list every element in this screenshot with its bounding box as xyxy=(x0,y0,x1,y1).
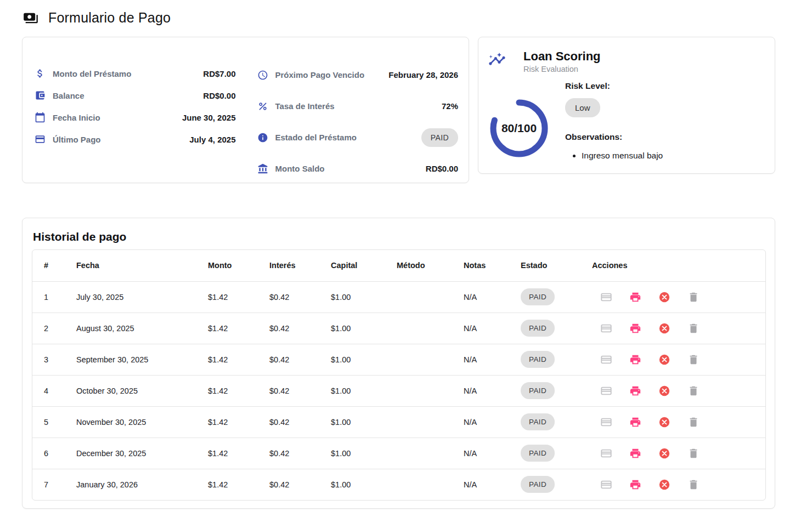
payment-form-page: Formulario de Pago Monto del PréstamoRD$… xyxy=(0,0,812,517)
print-action-button[interactable] xyxy=(629,416,641,428)
row-actions xyxy=(600,354,762,366)
print-action-button[interactable] xyxy=(629,479,641,491)
delete-action-button[interactable] xyxy=(687,322,700,334)
payments-icon xyxy=(23,10,38,26)
cell-notas: N/A xyxy=(455,313,512,344)
detail-value: RD$0.00 xyxy=(426,164,458,173)
detail-value: July 4, 2025 xyxy=(189,135,235,144)
print-icon xyxy=(629,416,641,428)
cell-metodo xyxy=(388,375,455,406)
card-action-button[interactable] xyxy=(600,291,612,303)
print-action-button[interactable] xyxy=(629,354,641,366)
cancel-icon xyxy=(658,322,670,334)
cancel-icon xyxy=(658,416,670,428)
delete-action-button[interactable] xyxy=(687,447,700,459)
card-action-button[interactable] xyxy=(600,479,612,491)
score-ring: 80/100 xyxy=(488,98,550,159)
observation-item: Ingreso mensual bajo xyxy=(582,151,663,161)
cell-num: 1 xyxy=(32,281,67,313)
card-action-button[interactable] xyxy=(600,322,612,334)
loan-detail-row: Monto del PréstamoRD$7.00 xyxy=(35,63,236,84)
detail-value: RD$0.00 xyxy=(203,91,235,100)
cell-interes: $0.42 xyxy=(261,344,322,375)
calendar-icon xyxy=(35,112,46,123)
cell-interes: $0.42 xyxy=(261,438,322,469)
detail-label: Último Pago xyxy=(53,135,101,144)
page-title: Formulario de Pago xyxy=(48,10,171,26)
cell-estado: PAID xyxy=(512,469,583,500)
cancel-icon xyxy=(658,291,670,303)
detail-label: Estado del Préstamo xyxy=(275,133,357,142)
cell-monto: $1.42 xyxy=(199,313,261,344)
credit-card-icon xyxy=(600,354,612,366)
table-body: 1July 30, 2025$1.42$0.42$1.00N/APAID2Aug… xyxy=(32,281,765,500)
delete-icon xyxy=(687,385,700,397)
cell-metodo xyxy=(388,406,455,438)
loan-detail-row: Monto SaldoRD$0.00 xyxy=(257,153,459,184)
cell-fecha: January 30, 2026 xyxy=(67,469,199,500)
cell-fecha: August 30, 2025 xyxy=(67,313,199,344)
insights-icon xyxy=(488,50,506,68)
print-icon xyxy=(629,447,641,459)
cancel-action-button[interactable] xyxy=(658,322,670,334)
cancel-action-button[interactable] xyxy=(658,447,670,459)
cell-estado: PAID xyxy=(512,313,583,344)
detail-value: February 28, 2026 xyxy=(388,70,458,79)
table-header-cell: Interés xyxy=(261,250,322,281)
detail-label: Tasa de Interés xyxy=(275,101,335,111)
loan-scoring-card: Loan Scoring Risk Evaluation 80/100 Risk… xyxy=(478,37,775,174)
cancel-icon xyxy=(658,479,670,491)
payment-history-card: Historial de pago #FechaMontoInterésCapi… xyxy=(22,218,775,509)
detail-value: 72% xyxy=(442,101,458,111)
cell-capital: $1.00 xyxy=(322,469,388,500)
card-action-button[interactable] xyxy=(600,447,612,459)
delete-action-button[interactable] xyxy=(687,479,700,491)
card-action-button[interactable] xyxy=(600,416,612,428)
bank-icon xyxy=(257,163,268,174)
cell-estado: PAID xyxy=(512,375,583,406)
cancel-action-button[interactable] xyxy=(658,354,670,366)
info-icon xyxy=(257,132,268,143)
print-action-button[interactable] xyxy=(629,447,641,459)
cell-acciones xyxy=(583,344,765,375)
cell-num: 3 xyxy=(32,344,67,375)
cell-acciones xyxy=(583,469,765,500)
table-row: 3September 30, 2025$1.42$0.42$1.00N/APAI… xyxy=(32,344,765,375)
loan-scoring-title: Loan Scoring xyxy=(523,49,601,63)
cancel-action-button[interactable] xyxy=(658,291,670,303)
loan-scoring-info: Risk Level: Low Observations: Ingreso me… xyxy=(565,81,663,161)
delete-action-button[interactable] xyxy=(687,385,700,397)
cell-metodo xyxy=(388,344,455,375)
cancel-action-button[interactable] xyxy=(658,479,670,491)
cancel-action-button[interactable] xyxy=(658,416,670,428)
cell-acciones xyxy=(583,281,765,313)
table-header-cell: Capital xyxy=(322,250,388,281)
loan-detail-row: Estado del PréstamoPAID xyxy=(257,122,459,153)
table-header-cell: Método xyxy=(388,250,455,281)
clock-icon xyxy=(257,70,268,81)
cell-num: 4 xyxy=(32,375,67,406)
print-action-button[interactable] xyxy=(629,385,641,397)
cell-fecha: July 30, 2025 xyxy=(67,281,199,313)
cancel-action-button[interactable] xyxy=(658,385,670,397)
detail-value: June 30, 2025 xyxy=(182,113,236,122)
delete-action-button[interactable] xyxy=(687,354,700,366)
delete-action-button[interactable] xyxy=(687,291,700,303)
print-action-button[interactable] xyxy=(629,291,641,303)
card-action-button[interactable] xyxy=(600,354,612,366)
card-action-button[interactable] xyxy=(600,385,612,397)
table-header-cell: # xyxy=(32,250,67,281)
dollar-icon xyxy=(35,68,46,79)
loan-details-card: Monto del PréstamoRD$7.00BalanceRD$0.00F… xyxy=(22,37,469,183)
status-badge: PAID xyxy=(521,288,555,305)
status-badge: PAID xyxy=(521,476,555,493)
row-actions xyxy=(600,322,762,334)
top-row: Monto del PréstamoRD$7.00BalanceRD$0.00F… xyxy=(22,37,775,183)
cell-interes: $0.42 xyxy=(261,406,322,438)
detail-label: Monto Saldo xyxy=(275,164,325,173)
delete-action-button[interactable] xyxy=(687,416,700,428)
delete-icon xyxy=(687,354,700,366)
credit-card-icon xyxy=(600,291,612,303)
observations-list: Ingreso mensual bajo xyxy=(582,151,663,161)
print-action-button[interactable] xyxy=(629,322,641,334)
